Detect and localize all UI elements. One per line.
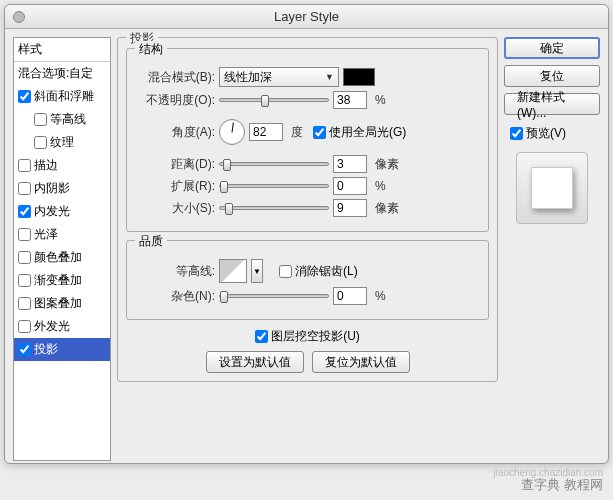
drop-shadow-group: 投影 结构 混合模式(B): 线性加深 不透明度(O): % xyxy=(117,37,498,382)
sidebar-item-0[interactable]: 斜面和浮雕 xyxy=(14,85,110,108)
sidebar-checkbox[interactable] xyxy=(34,136,47,149)
opacity-unit: % xyxy=(375,93,386,107)
contour-swatch[interactable] xyxy=(219,259,247,283)
sidebar-item-label: 投影 xyxy=(34,341,58,358)
sidebar-item-11[interactable]: 投影 xyxy=(14,338,110,361)
sidebar-checkbox[interactable] xyxy=(34,113,47,126)
sidebar-item-label: 内阴影 xyxy=(34,180,70,197)
close-icon[interactable] xyxy=(13,11,25,23)
preview-box xyxy=(516,152,588,224)
right-panel: 确定 复位 新建样式(W)... 预览(V) xyxy=(504,37,600,461)
opacity-label: 不透明度(O): xyxy=(137,92,215,109)
size-label: 大小(S): xyxy=(137,200,215,217)
opacity-input[interactable] xyxy=(333,91,367,109)
ok-button[interactable]: 确定 xyxy=(504,37,600,59)
distance-slider[interactable] xyxy=(219,162,329,166)
sidebar-item-label: 图案叠加 xyxy=(34,295,82,312)
layer-style-dialog: Layer Style 样式 混合选项:自定 斜面和浮雕等高线纹理描边内阴影内发… xyxy=(4,4,609,464)
sidebar-item-7[interactable]: 颜色叠加 xyxy=(14,246,110,269)
sidebar-checkbox[interactable] xyxy=(18,297,31,310)
sidebar-item-label: 纹理 xyxy=(50,134,74,151)
sidebar-checkbox[interactable] xyxy=(18,228,31,241)
watermark-text: 查字典 教程网 xyxy=(521,476,603,494)
sidebar-item-9[interactable]: 图案叠加 xyxy=(14,292,110,315)
angle-dial[interactable] xyxy=(219,119,245,145)
sidebar-item-5[interactable]: 内发光 xyxy=(14,200,110,223)
sidebar-item-8[interactable]: 渐变叠加 xyxy=(14,269,110,292)
distance-unit: 像素 xyxy=(375,156,399,173)
sidebar-checkbox[interactable] xyxy=(18,343,31,356)
cancel-button[interactable]: 复位 xyxy=(504,65,600,87)
sidebar-item-label: 等高线 xyxy=(50,111,86,128)
sidebar-item-3[interactable]: 描边 xyxy=(14,154,110,177)
noise-input[interactable] xyxy=(333,287,367,305)
angle-input[interactable] xyxy=(249,123,283,141)
noise-slider[interactable] xyxy=(219,294,329,298)
sidebar-item-label: 外发光 xyxy=(34,318,70,335)
contour-label: 等高线: xyxy=(137,263,215,280)
new-style-button[interactable]: 新建样式(W)... xyxy=(504,93,600,115)
sidebar-item-label: 渐变叠加 xyxy=(34,272,82,289)
spread-unit: % xyxy=(375,179,386,193)
sidebar-checkbox[interactable] xyxy=(18,90,31,103)
knockout-checkbox[interactable]: 图层挖空投影(U) xyxy=(255,328,360,345)
sidebar-item-label: 光泽 xyxy=(34,226,58,243)
size-unit: 像素 xyxy=(375,200,399,217)
preview-swatch xyxy=(531,167,573,209)
quality-group: 品质 等高线: ▼ 消除锯齿(L) 杂色(N): % xyxy=(126,240,489,320)
preview-checkbox[interactable]: 预览(V) xyxy=(510,125,600,142)
sidebar-item-label: 内发光 xyxy=(34,203,70,220)
quality-title: 品质 xyxy=(135,233,167,250)
sidebar-checkbox[interactable] xyxy=(18,251,31,264)
sidebar-item-label: 描边 xyxy=(34,157,58,174)
global-light-checkbox[interactable]: 使用全局光(G) xyxy=(313,124,406,141)
distance-input[interactable] xyxy=(333,155,367,173)
sidebar-item-4[interactable]: 内阴影 xyxy=(14,177,110,200)
sidebar-checkbox[interactable] xyxy=(18,320,31,333)
sidebar-item-10[interactable]: 外发光 xyxy=(14,315,110,338)
sidebar-checkbox[interactable] xyxy=(18,274,31,287)
angle-label: 角度(A): xyxy=(137,124,215,141)
size-input[interactable] xyxy=(333,199,367,217)
sidebar-item-2[interactable]: 纹理 xyxy=(14,131,110,154)
structure-group: 结构 混合模式(B): 线性加深 不透明度(O): % 角度(A): xyxy=(126,48,489,232)
reset-default-button[interactable]: 复位为默认值 xyxy=(312,351,410,373)
spread-label: 扩展(R): xyxy=(137,178,215,195)
blending-options[interactable]: 混合选项:自定 xyxy=(14,62,110,85)
set-default-button[interactable]: 设置为默认值 xyxy=(206,351,304,373)
noise-unit: % xyxy=(375,289,386,303)
blend-mode-label: 混合模式(B): xyxy=(137,69,215,86)
sidebar-checkbox[interactable] xyxy=(18,205,31,218)
sidebar-checkbox[interactable] xyxy=(18,182,31,195)
styles-sidebar: 样式 混合选项:自定 斜面和浮雕等高线纹理描边内阴影内发光光泽颜色叠加渐变叠加图… xyxy=(13,37,111,461)
blend-mode-select[interactable]: 线性加深 xyxy=(219,67,339,87)
distance-label: 距离(D): xyxy=(137,156,215,173)
sidebar-item-label: 颜色叠加 xyxy=(34,249,82,266)
sidebar-item-6[interactable]: 光泽 xyxy=(14,223,110,246)
sidebar-checkbox[interactable] xyxy=(18,159,31,172)
spread-slider[interactable] xyxy=(219,184,329,188)
opacity-slider[interactable] xyxy=(219,98,329,102)
titlebar[interactable]: Layer Style xyxy=(5,5,608,29)
spread-input[interactable] xyxy=(333,177,367,195)
angle-unit: 度 xyxy=(291,124,303,141)
sidebar-item-label: 斜面和浮雕 xyxy=(34,88,94,105)
shadow-color-swatch[interactable] xyxy=(343,68,375,86)
noise-label: 杂色(N): xyxy=(137,288,215,305)
size-slider[interactable] xyxy=(219,206,329,210)
sidebar-item-1[interactable]: 等高线 xyxy=(14,108,110,131)
antialias-checkbox[interactable]: 消除锯齿(L) xyxy=(279,263,358,280)
chevron-down-icon[interactable]: ▼ xyxy=(251,259,263,283)
window-title: Layer Style xyxy=(274,9,339,24)
structure-title: 结构 xyxy=(135,41,167,58)
sidebar-header: 样式 xyxy=(14,38,110,62)
